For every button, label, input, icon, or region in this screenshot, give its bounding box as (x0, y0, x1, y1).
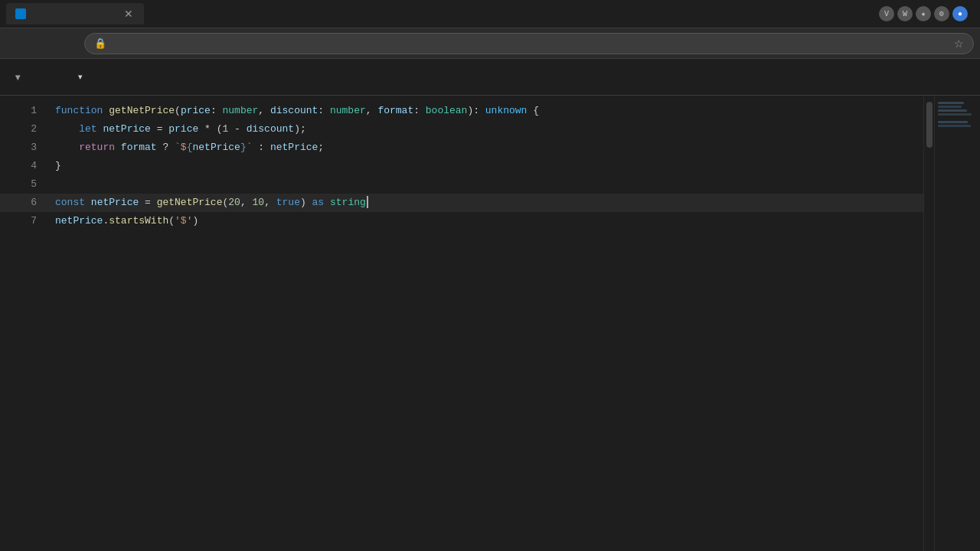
version-chevron-icon: ▾ (15, 72, 20, 83)
browser-chrome: ✕ V W ★ ⚙ ● 🔒 ☆ (0, 0, 980, 59)
editor-container: 1function getNetPrice(price: number, dis… (0, 96, 980, 551)
line-number: 4 (12, 157, 37, 175)
code-content: netPrice.startsWith('$') (55, 212, 198, 230)
code-content: return format ? `${netPrice}` : netPrice… (55, 139, 324, 157)
extension-icon-3[interactable]: ★ (916, 6, 931, 21)
tab-favicon-icon (15, 8, 26, 19)
code-line: 3 return format ? `${netPrice}` : netPri… (0, 139, 923, 157)
scrollbar-thumb[interactable] (926, 102, 933, 148)
tab-bar: ✕ V W ★ ⚙ ● (0, 0, 980, 28)
minimap-line (938, 106, 962, 108)
line-number: 3 (12, 139, 37, 157)
run-button[interactable] (38, 73, 63, 82)
extension-icon-profile[interactable]: ● (952, 6, 968, 21)
tab-close-button[interactable]: ✕ (122, 8, 135, 20)
address-bar[interactable]: 🔒 ☆ (84, 33, 974, 54)
share-button[interactable] (95, 73, 119, 82)
refresh-button[interactable] (58, 33, 80, 54)
app-toolbar: ▾ ▾ (0, 59, 980, 96)
minimap-line (938, 125, 971, 127)
bookmark-icon[interactable]: ☆ (954, 37, 964, 50)
code-line: 4} (0, 157, 923, 175)
line-number: 5 (12, 175, 37, 194)
code-line: 2 let netPrice = price * (1 - discount); (0, 120, 923, 139)
code-line: 7netPrice.startsWith('$') (0, 212, 923, 230)
minimap-line (938, 102, 964, 104)
export-button[interactable]: ▾ (63, 67, 95, 86)
code-line: 5 (0, 175, 923, 194)
minimap-line (938, 113, 972, 116)
new-tab-button[interactable] (147, 3, 168, 24)
minimap-line (938, 109, 967, 112)
text-cursor (367, 196, 368, 208)
extension-icon-1[interactable]: V (879, 6, 894, 21)
code-content: const netPrice = getNetPrice(20, 10, tru… (55, 194, 368, 212)
code-editor[interactable]: 1function getNetPrice(price: number, dis… (0, 96, 923, 551)
line-number: 2 (12, 120, 37, 139)
browser-extensions: V W ★ ⚙ ● (879, 6, 974, 21)
code-line: 6const netPrice = getNetPrice(20, 10, tr… (0, 194, 923, 212)
back-button[interactable] (6, 33, 28, 54)
lock-icon: 🔒 (94, 37, 106, 49)
extension-icon-4[interactable]: ⚙ (934, 6, 949, 21)
line-number: 1 (12, 102, 37, 120)
code-lines: 1function getNetPrice(price: number, dis… (0, 96, 923, 236)
code-content: } (55, 157, 61, 175)
forward-button[interactable] (32, 33, 54, 54)
address-bar-icons: ☆ (954, 37, 964, 50)
minimap-line (938, 121, 968, 123)
collapse-panel-button[interactable] (943, 65, 968, 90)
extension-icon-2[interactable]: W (897, 6, 913, 21)
address-bar-row: 🔒 ☆ (0, 28, 980, 58)
line-number: 6 (12, 194, 37, 212)
minimap (934, 96, 980, 551)
line-number: 7 (12, 212, 37, 230)
export-chevron-icon: ▾ (78, 72, 83, 82)
code-content: function getNetPrice(price: number, disc… (55, 102, 539, 120)
version-selector[interactable]: ▾ (12, 72, 20, 83)
code-line: 1function getNetPrice(price: number, dis… (0, 102, 923, 120)
browser-tab[interactable]: ✕ (6, 3, 144, 24)
code-content: let netPrice = price * (1 - discount); (55, 120, 306, 139)
vertical-scrollbar[interactable] (923, 96, 934, 551)
